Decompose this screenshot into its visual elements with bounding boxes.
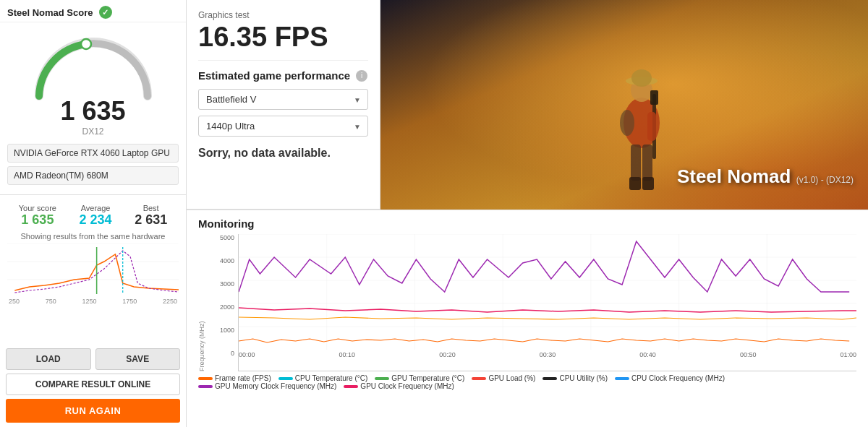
gpu-item-0: NVIDIA GeForce RTX 4060 Laptop GPU xyxy=(7,144,179,163)
showing-text: Showing results from the same hardware xyxy=(0,230,186,243)
best-col: Best 2 631 xyxy=(135,204,167,228)
fps-value: 16.35 FPS xyxy=(198,22,368,53)
game-select-wrapper[interactable]: Battlefield V Cyberpunk 2077 Shadow of t… xyxy=(198,89,368,110)
score-sub: DX12 xyxy=(82,126,103,137)
legend-label-5: CPU Clock Frequency (MHz) xyxy=(631,374,725,382)
x-label-4: 2250 xyxy=(163,298,177,305)
run-again-button[interactable]: RUN AGAIN xyxy=(6,399,180,423)
save-button[interactable]: SAVE xyxy=(95,348,181,370)
monitoring-section: Monitoring Frequency (MHz) 5000 4000 300… xyxy=(187,210,868,427)
bottom-buttons: LOAD SAVE COMPARE RESULT ONLINE RUN AGAI… xyxy=(0,344,186,427)
hero-subtitle: (v1.0) - (DX12) xyxy=(796,175,854,185)
x-label-3: 00:30 xyxy=(540,351,556,360)
your-score-value: 1 635 xyxy=(19,212,56,228)
legend-dot-2 xyxy=(375,377,389,380)
svg-rect-11 xyxy=(642,145,652,181)
y-axis-wrapper: Frequency (MHz) 5000 4000 3000 2000 1000… xyxy=(198,234,238,371)
legend-1: CPU Temperature (°C) xyxy=(278,374,368,382)
legend-0: Frame rate (FPS) xyxy=(198,374,271,382)
legend-7: GPU Clock Frequency (MHz) xyxy=(344,382,454,390)
gauge-section: 1 635 DX12 xyxy=(0,22,186,144)
verified-icon: ✓ xyxy=(99,6,112,19)
mini-chart: 250 750 1250 1750 2250 xyxy=(0,243,186,301)
top-section: Graphics test 16.35 FPS Estimated game p… xyxy=(187,0,868,210)
estimated-box: Estimated game performance i Battlefield… xyxy=(198,60,368,160)
left-panel: Steel Nomad Score ✓ 1 635 DX12 NVIDIA Ge… xyxy=(0,0,187,427)
monitoring-chart xyxy=(239,234,856,350)
x-label-2: 00:20 xyxy=(439,351,456,360)
load-save-row: LOAD SAVE xyxy=(6,348,180,370)
x-label-1: 750 xyxy=(46,298,56,305)
chart-inner: 00:00 00:10 00:20 00:30 00:40 00:50 01:0… xyxy=(238,234,856,371)
legend-4: CPU Utility (%) xyxy=(542,374,608,382)
gpu-list: NVIDIA GeForce RTX 4060 Laptop GPU AMD R… xyxy=(0,144,186,189)
legend-label-7: GPU Clock Frequency (MHz) xyxy=(360,382,454,390)
legend-dot-1 xyxy=(278,377,293,380)
x-label-3: 1750 xyxy=(122,298,137,305)
legend-dot-5 xyxy=(615,377,629,380)
legend-6: GPU Memory Clock Frequency (MHz) xyxy=(198,382,336,390)
legend-2: GPU Temperature (°C) xyxy=(375,374,464,382)
right-panel: Graphics test 16.35 FPS Estimated game p… xyxy=(187,0,868,427)
average-value: 2 234 xyxy=(80,212,112,228)
x-axis: 00:00 00:10 00:20 00:30 00:40 00:50 01:0… xyxy=(239,350,856,360)
x-label-2: 1250 xyxy=(82,298,96,305)
svg-point-0 xyxy=(81,39,91,49)
warrior-silhouette xyxy=(598,51,685,210)
legend-label-4: CPU Utility (%) xyxy=(559,374,608,382)
legend-label-2: GPU Temperature (°C) xyxy=(391,374,464,382)
hero-title: Steel Nomad (v1.0) - (DX12) xyxy=(677,165,854,188)
x-label-0: 250 xyxy=(9,298,20,305)
svg-rect-16 xyxy=(647,112,656,141)
your-score-label: Your score xyxy=(19,204,56,212)
legend-dot-6 xyxy=(198,385,213,388)
legend-label-0: Frame rate (FPS) xyxy=(215,374,271,382)
chart-area: Frequency (MHz) 5000 4000 3000 2000 1000… xyxy=(198,234,856,371)
legend-dot-3 xyxy=(472,377,486,380)
x-label-6: 01:00 xyxy=(840,351,856,360)
graphics-test-box: Graphics test 16.35 FPS Estimated game p… xyxy=(187,0,380,210)
x-label-1: 00:10 xyxy=(339,351,356,360)
game-select[interactable]: Battlefield V Cyberpunk 2077 Shadow of t… xyxy=(198,89,368,110)
your-score-col: Your score 1 635 xyxy=(19,204,56,228)
legend-label-6: GPU Memory Clock Frequency (MHz) xyxy=(215,382,336,390)
gauge-container xyxy=(28,31,158,103)
legend-dot-4 xyxy=(542,377,557,380)
legend-dot-7 xyxy=(344,385,358,388)
x-label-0: 00:00 xyxy=(239,351,255,360)
est-title-row: Estimated game performance i xyxy=(198,69,368,82)
svg-rect-12 xyxy=(629,177,641,190)
svg-rect-13 xyxy=(642,177,654,190)
best-value: 2 631 xyxy=(135,212,167,228)
monitoring-title: Monitoring xyxy=(198,217,856,230)
average-label: Average xyxy=(80,204,112,212)
svg-point-9 xyxy=(631,69,652,87)
y-axis-title: Frequency (MHz) xyxy=(198,234,205,371)
stats-row: Your score 1 635 Average 2 234 Best 2 63… xyxy=(0,201,186,230)
x-label-5: 00:50 xyxy=(740,351,757,360)
svg-point-17 xyxy=(620,110,634,136)
no-data-message: Sorry, no data available. xyxy=(198,147,368,160)
x-label-4: 00:40 xyxy=(639,351,656,360)
legend-label-1: CPU Temperature (°C) xyxy=(295,374,368,382)
legend-label-3: GPU Load (%) xyxy=(488,374,535,382)
quality-select[interactable]: 1440p Ultra 1440p High 1080p Ultra 1080p… xyxy=(198,116,368,137)
load-button[interactable]: LOAD xyxy=(6,348,91,370)
legend-dot-0 xyxy=(198,377,213,380)
compare-button[interactable]: COMPARE RESULT ONLINE xyxy=(6,374,180,395)
y-axis-labels: 5000 4000 3000 2000 1000 0 xyxy=(207,234,238,371)
graphics-test-label: Graphics test xyxy=(198,10,368,20)
score-title: Steel Nomad Score xyxy=(7,7,93,18)
best-label: Best xyxy=(135,204,167,212)
info-icon[interactable]: i xyxy=(356,70,367,82)
legend-3: GPU Load (%) xyxy=(472,374,535,382)
legend-5: CPU Clock Frequency (MHz) xyxy=(615,374,725,382)
gpu-item-1: AMD Radeon(TM) 680M xyxy=(7,166,179,185)
hero-image: Steel Nomad (v1.0) - (DX12) xyxy=(380,0,868,210)
divider-1 xyxy=(0,194,186,195)
quality-select-wrapper[interactable]: 1440p Ultra 1440p High 1080p Ultra 1080p… xyxy=(198,116,368,137)
score-header: Steel Nomad Score ✓ xyxy=(0,0,186,22)
legend-row: Frame rate (FPS) CPU Temperature (°C) GP… xyxy=(198,374,856,390)
average-col: Average 2 234 xyxy=(80,204,112,228)
est-title: Estimated game performance xyxy=(198,69,350,82)
